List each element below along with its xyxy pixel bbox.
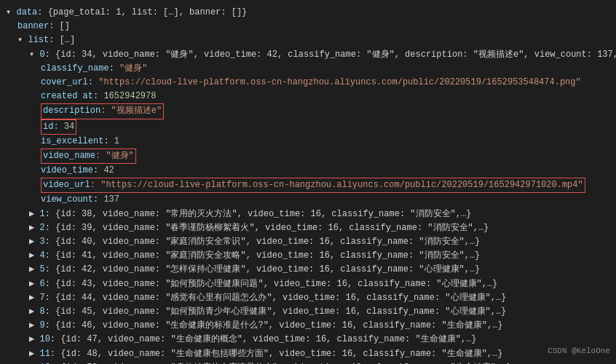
json-line: ▶ 8: {id: 45, video_name: "如何预防青少年心理健康",… <box>6 305 610 319</box>
json-line: cover_url: "https://cloud-live-platform.… <box>6 76 610 90</box>
json-line: banner: [] <box>6 20 610 33</box>
json-line: ▶ 7: {id: 44, video_name: "感觉有心里有问题怎么办",… <box>6 291 610 305</box>
watermark: CSDN @KeloOne <box>548 345 610 358</box>
json-viewer: ▾ data: {page_total: 1, list: […], banne… <box>6 6 610 364</box>
json-line: video_name: "健身" <box>6 149 610 164</box>
json-line: video_url: "https://cloud-live-platform.… <box>6 178 610 193</box>
json-line: ▶ 2: {id: 39, video_name: "春季谨防杨柳絮着火", v… <box>6 221 610 235</box>
json-line: description: "视频描述e" <box>6 103 610 119</box>
json-line: ▶ 1: {id: 38, video_name: "常用的灭火方法", vid… <box>6 207 610 221</box>
json-line: ▶ 5: {id: 42, video_name: "怎样保持心理健康", vi… <box>6 263 610 277</box>
json-line: video_time: 42 <box>6 164 610 178</box>
json-line: is_excellent: 1 <box>6 135 610 149</box>
json-line: ▶ 4: {id: 41, video_name: "家庭消防安全攻略", vi… <box>6 249 610 263</box>
json-line: created at: 1652942978 <box>6 90 610 103</box>
json-line: ▾ 0: {id: 34, video_name: "健身", video_ti… <box>6 48 610 62</box>
json-line: ▾ data: {page_total: 1, list: […], banne… <box>6 6 610 20</box>
json-line: classify_name: "健身" <box>6 62 610 76</box>
json-line: ▶ 12: {id: 50, video_name: "身体健康的人应该是什么"… <box>6 361 610 364</box>
json-line: id: 34 <box>6 119 610 135</box>
json-line: view_count: 137 <box>6 193 610 207</box>
json-line: ▶ 10: {id: 47, video_name: "生命健康的概念", vi… <box>6 333 610 347</box>
json-line: ▶ 9: {id: 46, video_name: "生命健康的标准是什么?",… <box>6 319 610 333</box>
json-line: ▶ 6: {id: 43, video_name: "如何预防心理健康问题", … <box>6 277 610 291</box>
json-line: ▶ 11: {id: 48, video_name: "生命健康包括哪些方面",… <box>6 347 610 361</box>
json-line: ▶ 3: {id: 40, video_name: "家庭消防安全常识", vi… <box>6 235 610 249</box>
json-line: ▾ list: […] <box>6 33 610 47</box>
